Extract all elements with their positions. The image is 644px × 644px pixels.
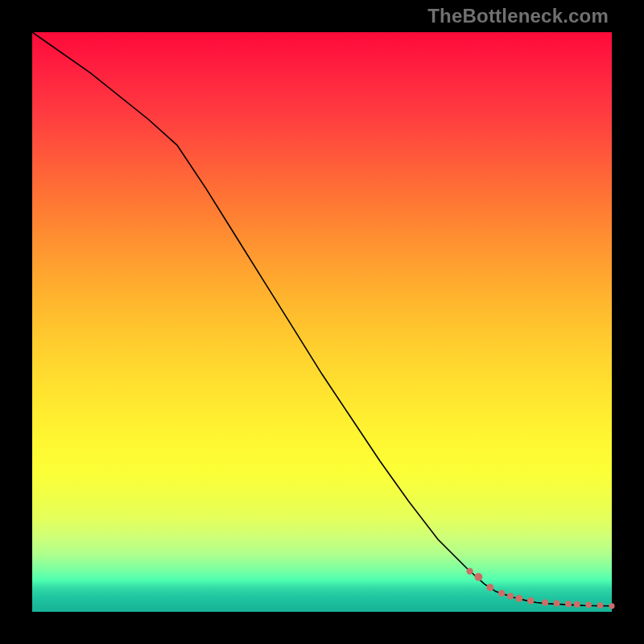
highlight-dot	[585, 602, 592, 609]
highlight-dot	[609, 603, 614, 609]
highlight-dot	[466, 568, 473, 574]
highlight-dot	[527, 597, 534, 604]
highlight-dot	[474, 573, 482, 581]
watermark-text: TheBottleneck.com	[427, 5, 609, 27]
bottleneck-curve	[32, 32, 612, 606]
highlight-dot	[565, 601, 572, 607]
highlight-dot	[507, 593, 514, 600]
highlight-dot	[542, 599, 548, 605]
highlight-dot	[498, 590, 505, 597]
plot-area	[32, 32, 612, 612]
highlight-dot	[554, 601, 560, 607]
highlight-dot	[574, 601, 580, 608]
highlight-dot	[515, 595, 522, 602]
chart-frame: TheBottleneck.com	[0, 0, 644, 644]
highlight-dot	[486, 584, 493, 591]
chart-svg	[32, 32, 612, 612]
highlight-dot	[597, 602, 604, 609]
